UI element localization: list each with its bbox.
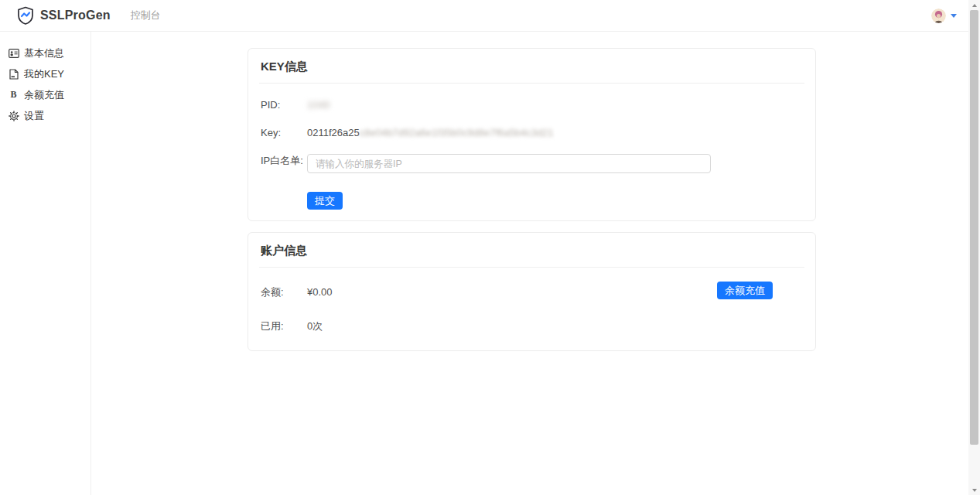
balance-row: 余额: ¥0.00 余额充值 bbox=[261, 283, 803, 301]
ip-whitelist-row: IP白名单: bbox=[261, 154, 803, 173]
key-row: Key: 0211f26a25c8e04b7d92a6e1f35b0c9d8e7… bbox=[261, 126, 803, 139]
shield-pulse-icon bbox=[17, 6, 34, 25]
key-info-card: KEY信息 PID: 1049 Key: 0211f26a25c8e04b7d9… bbox=[248, 48, 816, 221]
used-row: 已用: 0次 bbox=[261, 317, 803, 335]
used-label: 已用: bbox=[261, 319, 307, 333]
breadcrumb: 控制台 bbox=[131, 9, 161, 22]
key-label: Key: bbox=[261, 126, 307, 139]
pid-row: PID: 1049 bbox=[261, 98, 803, 111]
key-value-redacted: c8e04b7d92a6e1f35b0c9d8e7f6a5b4c3d21 bbox=[360, 127, 554, 138]
main-content: KEY信息 PID: 1049 Key: 0211f26a25c8e04b7d9… bbox=[91, 32, 968, 495]
pid-label: PID: bbox=[261, 98, 307, 111]
submit-row: 提交 bbox=[307, 192, 803, 210]
brand[interactable]: SSLProGen bbox=[17, 6, 111, 25]
sidebar-item-my-key[interactable]: 我的KEY bbox=[0, 63, 90, 84]
submit-button[interactable]: 提交 bbox=[307, 192, 343, 210]
ip-whitelist-input[interactable] bbox=[307, 154, 711, 173]
pid-value-redacted: 1049 bbox=[307, 98, 330, 111]
avatar[interactable] bbox=[931, 9, 946, 23]
sidebar-item-settings[interactable]: 设置 bbox=[0, 105, 90, 126]
sidebar: 基本信息 我的KEY B 余额充值 设置 bbox=[0, 32, 91, 495]
bitcoin-icon: B bbox=[8, 89, 19, 101]
sidebar-item-label: 我的KEY bbox=[24, 68, 64, 80]
sidebar-item-label: 基本信息 bbox=[24, 47, 64, 59]
id-card-icon bbox=[8, 47, 19, 59]
key-value: 0211f26a25c8e04b7d92a6e1f35b0c9d8e7f6a5b… bbox=[307, 126, 554, 139]
divider bbox=[259, 83, 804, 84]
key-value-visible: 0211f26a25 bbox=[307, 127, 360, 138]
scrollbar-thumb[interactable] bbox=[970, 10, 978, 445]
ip-whitelist-label: IP白名单: bbox=[261, 154, 307, 167]
gear-icon bbox=[8, 110, 19, 121]
recharge-button[interactable]: 余额充值 bbox=[717, 282, 773, 299]
account-info-title: 账户信息 bbox=[261, 242, 803, 267]
scrollbar-up-arrow[interactable] bbox=[968, 0, 980, 10]
balance-value: ¥0.00 bbox=[307, 285, 333, 299]
sidebar-item-basic-info[interactable]: 基本信息 bbox=[0, 43, 90, 63]
vertical-scrollbar[interactable] bbox=[968, 0, 980, 495]
sidebar-item-label: 设置 bbox=[24, 110, 44, 121]
divider bbox=[259, 267, 804, 268]
account-info-card: 账户信息 余额: ¥0.00 余额充值 已用: 0次 bbox=[248, 232, 816, 351]
app-title: SSLProGen bbox=[40, 9, 111, 22]
sidebar-item-recharge[interactable]: B 余额充值 bbox=[0, 84, 90, 105]
user-menu[interactable] bbox=[931, 0, 957, 32]
key-info-title: KEY信息 bbox=[261, 58, 803, 83]
scrollbar-down-arrow[interactable] bbox=[968, 485, 980, 495]
file-key-icon bbox=[8, 68, 19, 80]
sidebar-item-label: 余额充值 bbox=[24, 89, 64, 101]
balance-label: 余额: bbox=[261, 285, 307, 299]
caret-down-icon bbox=[951, 14, 957, 18]
top-navbar: SSLProGen 控制台 bbox=[0, 0, 980, 32]
used-value: 0次 bbox=[307, 319, 323, 333]
